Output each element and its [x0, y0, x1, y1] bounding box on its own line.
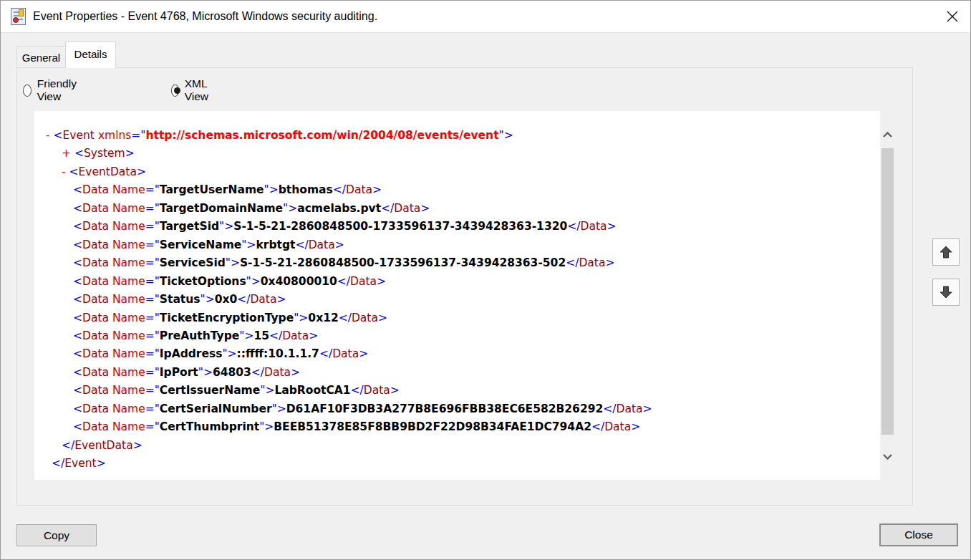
xml-token: >	[309, 329, 318, 342]
xml-token: Status	[160, 293, 201, 306]
xml-token: CertIssuerName	[160, 384, 260, 397]
xml-token: 0x12	[308, 312, 338, 324]
vertical-scrollbar[interactable]	[880, 111, 895, 480]
xml-token: </	[381, 202, 394, 215]
xml-token: Data	[82, 238, 109, 251]
xml-token: xmlns	[98, 129, 131, 142]
chevron-up-icon[interactable]	[880, 127, 895, 142]
xml-token: </	[52, 457, 64, 470]
xml-token: PreAuthType	[160, 329, 239, 342]
xml-token: Data	[82, 402, 109, 415]
xml-token: System	[84, 147, 125, 160]
xml-data-line: <Data Name="TicketOptions">0x40800010</D…	[46, 273, 880, 291]
xml-data-line: <Data Name="TicketEncryptionType">0x12</…	[46, 309, 880, 327]
tab-details[interactable]: Details	[65, 42, 116, 68]
xml-view-box: - <Event xmlns="http://schemas.microsoft…	[34, 111, 895, 480]
xml-token: TargetSid	[160, 220, 219, 233]
xml-token: IpAddress	[160, 347, 223, 360]
close-button[interactable]: Close	[879, 523, 958, 546]
xml-token: </	[295, 238, 308, 251]
xml-token: Data	[82, 347, 109, 360]
close-icon[interactable]	[945, 9, 960, 24]
xml-token: Data	[82, 220, 109, 233]
xml-token: <	[73, 402, 82, 415]
xml-token: Data	[616, 402, 642, 415]
xml-token: >	[137, 165, 146, 178]
block-arrow-down-icon	[937, 284, 955, 301]
xml-token: Data	[82, 329, 109, 342]
xml-token: TicketOptions	[160, 275, 246, 288]
xml-token: </	[351, 384, 364, 397]
copy-button[interactable]: Copy	[16, 524, 97, 546]
xml-root-close-line: </Event>	[46, 455, 880, 473]
expand-marker[interactable]: +	[62, 147, 74, 160]
scrollbar-thumb[interactable]	[881, 148, 894, 435]
xml-token: >	[276, 293, 286, 306]
xml-token: ="	[145, 312, 160, 324]
xml-token: >	[97, 457, 106, 470]
xml-token: ">	[499, 129, 513, 142]
xml-eventdata-open-line: - <EventData>	[46, 163, 880, 181]
tab-general[interactable]: General	[16, 46, 66, 68]
move-up-button[interactable]	[932, 238, 960, 266]
xml-token: Data	[82, 384, 109, 397]
xml-data-line: <Data Name="ServiceName">krbtgt</Data>	[46, 236, 880, 254]
xml-token: >	[372, 183, 382, 196]
xml-token: ServiceSid	[160, 256, 226, 269]
chevron-down-icon[interactable]	[880, 449, 895, 464]
xml-token: ="	[145, 275, 160, 288]
xml-token: <	[73, 366, 82, 379]
xml-token: </	[591, 420, 604, 433]
xml-token: krbtgt	[256, 238, 295, 251]
xml-token: bthomas	[279, 183, 333, 196]
xml-token: http://schemas.microsoft.com/win/2004/08…	[145, 129, 498, 142]
xml-data-line: <Data Name="Status">0x0</Data>	[46, 291, 880, 309]
xml-token: Data	[364, 384, 390, 397]
friendly-view-radio[interactable]: Friendly View	[23, 77, 80, 103]
xml-token: ="	[145, 256, 160, 269]
xml-token: >	[291, 366, 300, 379]
xml-token: <	[73, 312, 82, 324]
xml-system-collapsed-line: + <System>	[46, 145, 880, 163]
xml-token: <	[74, 147, 84, 160]
xml-token: ">	[264, 183, 279, 196]
xml-token: Data	[350, 275, 377, 288]
xml-data-line: <Data Name="ServiceSid">S-1-5-21-2860848…	[46, 254, 880, 272]
xml-token: ">	[198, 366, 213, 379]
xml-token: ::ffff:10.1.1.7	[237, 347, 319, 360]
xml-token: </	[566, 256, 579, 269]
collapse-marker[interactable]: -	[62, 165, 69, 178]
xml-token: >	[335, 238, 344, 251]
xml-token: Data	[82, 183, 109, 196]
xml-token: <	[69, 165, 79, 178]
xml-view-radio[interactable]: XML View	[171, 77, 213, 103]
xml-token: Data	[82, 366, 109, 379]
xml-token: Event	[64, 457, 96, 470]
xml-token: >	[605, 256, 614, 269]
xml-token: ="	[145, 183, 160, 196]
xml-token: </	[237, 293, 250, 306]
xml-token: Name	[112, 256, 145, 269]
xml-token: Data	[82, 420, 109, 433]
xml-eventdata-close-line: </EventData>	[46, 437, 880, 455]
xml-token: <	[73, 293, 82, 306]
xml-token: <	[73, 183, 82, 196]
xml-token: >	[607, 220, 616, 233]
xml-token: </	[269, 329, 282, 342]
xml-token: TicketEncryptionType	[160, 312, 294, 324]
xml-token: </	[251, 366, 264, 379]
xml-token: ">	[294, 312, 308, 324]
xml-token: </	[567, 220, 580, 233]
collapse-marker[interactable]: -	[46, 129, 54, 142]
xml-token: ="	[145, 329, 160, 342]
xml-token: Data	[346, 183, 372, 196]
xml-token: >	[133, 439, 142, 452]
xml-data-line: <Data Name="TargetUserName">bthomas</Dat…	[46, 181, 880, 199]
move-down-button[interactable]	[932, 279, 960, 306]
xml-token: Name	[112, 347, 145, 360]
xml-token: 64803	[213, 366, 251, 379]
xml-token: ">	[259, 420, 274, 433]
xml-root-open-line: - <Event xmlns="http://schemas.microsoft…	[46, 127, 880, 145]
xml-token: ">	[219, 220, 233, 233]
xml-token: S-1-5-21-2860848500-1733596137-343942836…	[240, 256, 566, 269]
